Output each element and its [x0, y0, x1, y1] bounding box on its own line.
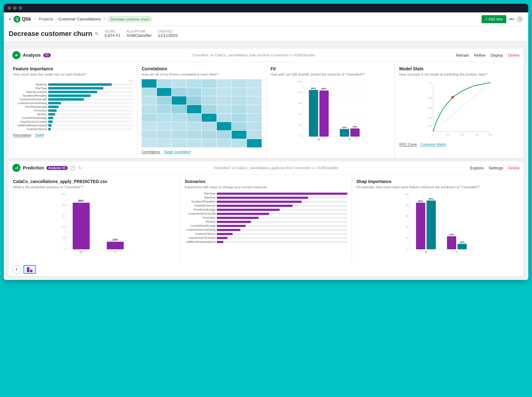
- corr-cell: [157, 139, 172, 147]
- roc-chart: 1 0.8 0.6 0.4 0.2 0 0.2 0.4 0.6 0.8: [399, 79, 519, 138]
- fi-bar: [48, 109, 57, 112]
- active-model-tag[interactable]: Decrease customer churn: [108, 16, 152, 22]
- scenario-label: BaseFee: [185, 196, 216, 199]
- scenario-bar-container: [217, 221, 347, 223]
- fi-bar-container: [48, 117, 133, 119]
- corr-cell: [172, 122, 187, 130]
- corr-cell: [247, 122, 262, 130]
- scenario-label: CustomerTenure: [185, 232, 216, 235]
- shap-subtitle: On average, how much does each feature i…: [356, 185, 519, 189]
- scenario-bar: [217, 213, 269, 215]
- svg-text:80: 80: [406, 204, 409, 207]
- fi-links: Permutation SHAP: [13, 133, 133, 137]
- title-edit-icon[interactable]: ✎: [95, 31, 98, 36]
- scenarios-chart: PlanType BaseFee NumberOfPenalties Repea…: [185, 192, 347, 243]
- fi-bar: [48, 120, 53, 123]
- add-chart-button[interactable]: +: [12, 265, 21, 274]
- analysis-title-row: Analysis V1: [12, 51, 51, 59]
- scenario-bar: [217, 193, 347, 195]
- confusion-matrix-link[interactable]: Confusion Matrix: [421, 142, 446, 146]
- corr-cell: [217, 88, 232, 96]
- corr-cell: [187, 96, 202, 105]
- fi-bar-container: [48, 94, 133, 97]
- fi-row-label: RepeatCustomer: [13, 90, 47, 94]
- scenario-label: AdditionalFeatureSpend: [185, 240, 216, 243]
- top-nav-right: + Add new ••• ?: [482, 15, 523, 23]
- add-new-button[interactable]: + Add new: [482, 15, 506, 23]
- scenario-label: DaysSinceCSContact: [185, 236, 216, 239]
- fi-row-label: CurrentPeriodUsage: [13, 116, 47, 120]
- prediction-section-name: Prediction: [23, 165, 44, 170]
- retrain-link[interactable]: Retrain: [456, 53, 469, 58]
- scenario-label: NumberOfPenalties: [185, 200, 216, 203]
- scenario-bar: [217, 225, 246, 227]
- scenarios-card: Scenarios Experiment with ways to change…: [180, 175, 352, 263]
- fi-row-label: BaseFee: [13, 83, 47, 86]
- back-arrow-icon[interactable]: ←: [33, 17, 37, 21]
- shap-title: Shap Importance: [356, 179, 519, 184]
- corr-cell: [247, 96, 262, 105]
- corr-target-link[interactable]: Target Correlation: [164, 150, 191, 154]
- analysis-delete-link[interactable]: Delete: [508, 53, 520, 58]
- analysis-section-subtitle: "Cancelled" on CalaCo_cancellations_trai…: [191, 53, 315, 57]
- fi-row: DaysSinceCSContact: [13, 120, 133, 123]
- svg-text:10%: 10%: [460, 241, 465, 244]
- fi-row: RepeatCustomer: [13, 90, 133, 94]
- chart-thumbnail[interactable]: [24, 265, 36, 274]
- svg-text:Y: Y: [114, 251, 116, 254]
- more-options-button[interactable]: •••: [509, 16, 514, 22]
- corr-correlations-link[interactable]: Correlations: [142, 150, 160, 154]
- fi-bar-container: [48, 109, 133, 112]
- corr-cell: [202, 122, 217, 130]
- help-button[interactable]: ?: [517, 16, 523, 23]
- refine-link[interactable]: Refine: [474, 53, 486, 58]
- roc-curve-link[interactable]: ROC Curve: [399, 142, 417, 146]
- page-title-text: Decrease customer churn: [9, 30, 92, 38]
- corr-cell: [142, 88, 157, 96]
- fit-bar: [350, 129, 359, 137]
- projects-link[interactable]: Projects: [39, 17, 53, 21]
- fi-permutation-link[interactable]: Permutation: [13, 133, 31, 137]
- svg-text:0: 0: [64, 247, 66, 250]
- svg-rect-36: [16, 167, 17, 169]
- scenario-row: NumberOfPenalties: [185, 200, 347, 203]
- corr-cell: [142, 122, 157, 130]
- score-meta: Score 0.874 F1: [105, 30, 120, 38]
- scenario-bar: [217, 229, 240, 231]
- prediction-refresh-icon[interactable]: ↻: [78, 165, 82, 170]
- breadcrumb: ← Projects › Customer Cancellations ✎ De…: [33, 16, 152, 22]
- corr-cell: [202, 79, 217, 88]
- prediction-clock-icon[interactable]: 🕐: [70, 165, 75, 170]
- corr-cell: [172, 139, 187, 147]
- corr-cell: [217, 105, 232, 113]
- fi-bar: [48, 124, 52, 127]
- scenario-row: DaysSinceCSContact: [185, 236, 347, 239]
- svg-text:20: 20: [298, 124, 301, 126]
- svg-line-23: [433, 83, 490, 132]
- corr-cell: [247, 79, 262, 88]
- corr-cell: [157, 131, 172, 139]
- svg-rect-49: [107, 242, 124, 250]
- prediction-delete-link[interactable]: Delete: [508, 166, 520, 170]
- fi-shap-link[interactable]: SHAP: [35, 133, 44, 137]
- fi-row-label: PriorPeriodUsage: [13, 105, 47, 108]
- fi-bar: [48, 106, 58, 108]
- fi-row: AdditionalFeatureSpend: [13, 124, 133, 127]
- fi-row-label: DaysSinceCSContact: [13, 120, 47, 123]
- hamburger-menu[interactable]: ≡: [9, 17, 11, 22]
- scenario-label: CustomerServiceCalls: [185, 212, 216, 215]
- explore-link[interactable]: Explore: [470, 166, 483, 170]
- scenario-bar-container: [217, 225, 347, 227]
- corr-cell: [247, 131, 262, 139]
- project-edit-icon[interactable]: ✎: [103, 17, 106, 21]
- corr-cell: [157, 122, 172, 130]
- deploy-link[interactable]: Deploy: [491, 53, 503, 58]
- created-label: Created: [158, 30, 178, 33]
- fit-svg: 10080604020086%85%N14%15%Y: [271, 79, 390, 144]
- settings-link[interactable]: Settings: [488, 166, 503, 170]
- fi-row: CustomerTenure: [13, 128, 133, 131]
- corr-cell: [232, 88, 247, 96]
- svg-text:86%: 86%: [418, 200, 423, 203]
- svg-text:40: 40: [406, 225, 409, 228]
- corr-cell: [247, 114, 262, 122]
